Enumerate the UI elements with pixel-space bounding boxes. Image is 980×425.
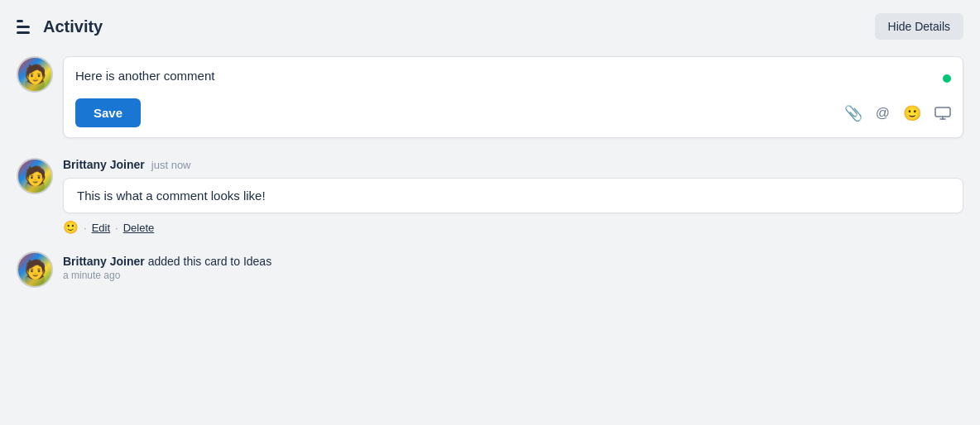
mention-icon[interactable]: @ (876, 105, 890, 122)
edit-link-0[interactable]: Edit (92, 222, 110, 234)
composer-input-row (75, 67, 951, 90)
svg-rect-0 (935, 107, 950, 117)
log-avatar-emoji-0: 🧑 (24, 259, 46, 280)
comment-composer: 🧑 Save 📎 @ 🙂 (17, 56, 963, 138)
comment-meta-0: Brittany Joiner just now (63, 158, 963, 171)
comment-input[interactable] (75, 67, 934, 90)
save-button[interactable]: Save (75, 98, 141, 127)
log-action-0: added this card to Ideas (145, 255, 271, 268)
composer-actions: Save 📎 @ 🙂 (75, 98, 951, 127)
avatar-emoji: 🧑 (24, 64, 46, 85)
activity-panel: Activity Hide Details 🧑 Save 📎 @ 🙂 (0, 0, 980, 308)
composer-box: Save 📎 @ 🙂 (63, 56, 963, 138)
screen-icon[interactable] (934, 107, 951, 120)
comment-item-0: 🧑 Brittany Joiner just now This is what … (17, 158, 963, 235)
separator-0: · (84, 222, 87, 234)
comment-avatar-0: 🧑 (17, 158, 53, 194)
comment-body-0: This is what a comment looks like! (63, 178, 963, 213)
composer-icons: 📎 @ 🙂 (844, 104, 951, 122)
comment-time-0: just now (151, 159, 191, 171)
log-avatar-0: 🧑 (17, 251, 53, 288)
comment-author-0: Brittany Joiner (63, 158, 145, 171)
attachment-icon[interactable]: 📎 (844, 104, 862, 122)
activity-title-group: Activity (17, 17, 103, 36)
comment-footer-0: 🙂 · Edit · Delete (63, 220, 963, 235)
log-message-0: Brittany Joiner added this card to Ideas (63, 255, 963, 268)
list-icon (17, 20, 35, 34)
comment-block-0: Brittany Joiner just now This is what a … (63, 158, 963, 235)
log-text-0: Brittany Joiner added this card to Ideas… (63, 251, 963, 281)
delete-link-0[interactable]: Delete (123, 222, 155, 234)
separator-1: · (115, 222, 118, 234)
avatar-emoji-0: 🧑 (24, 165, 46, 187)
activity-header: Activity Hide Details (17, 13, 963, 40)
emoji-icon[interactable]: 🙂 (903, 104, 921, 122)
log-author-0: Brittany Joiner (63, 255, 145, 268)
log-timestamp-0: a minute ago (63, 270, 963, 281)
hide-details-button[interactable]: Hide Details (875, 13, 963, 40)
activity-title: Activity (43, 17, 103, 36)
status-dot (943, 74, 951, 83)
log-item-0: 🧑 Brittany Joiner added this card to Ide… (17, 251, 963, 288)
reaction-icon-0[interactable]: 🙂 (63, 220, 79, 235)
avatar: 🧑 (17, 56, 53, 93)
